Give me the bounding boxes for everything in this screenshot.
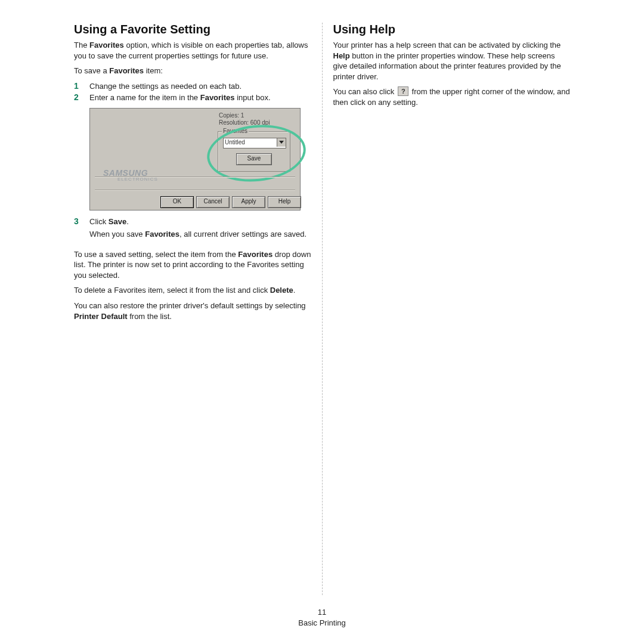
- favorites-group: Favorites Untitled Save: [218, 131, 290, 172]
- help-button[interactable]: Help: [268, 196, 301, 208]
- ok-button[interactable]: OK: [160, 196, 194, 208]
- help-paragraph-1: Your printer has a help screen that can …: [333, 40, 571, 82]
- step-number: 2: [74, 92, 89, 103]
- step-3-note: When you save Favorites, all current dri…: [89, 229, 311, 240]
- svg-text:?: ?: [401, 88, 405, 95]
- delete-paragraph: To delete a Favorites item, select it fr…: [74, 285, 311, 296]
- help-paragraph-2: You can also click ? from the upper righ…: [333, 86, 571, 107]
- svg-marker-0: [279, 141, 284, 144]
- column-right: Using Help Your printer has a help scree…: [333, 23, 571, 112]
- manual-page: Using a Favorite Setting The Favorites o…: [74, 23, 570, 595]
- step-3: 3 Click Save. When you save Favorites, a…: [74, 216, 311, 244]
- step-2: 2 Enter a name for the item in the Favor…: [74, 92, 311, 103]
- chevron-down-icon[interactable]: [277, 138, 286, 147]
- column-left: Using a Favorite Setting The Favorites o…: [74, 23, 311, 326]
- default-paragraph: You can also restore the printer driver'…: [74, 301, 311, 321]
- heading-help: Using Help: [333, 23, 571, 36]
- brand-logo: SAMSUNG ELECTRONICS: [103, 169, 158, 182]
- steps-list-cont: 3 Click Save. When you save Favorites, a…: [74, 216, 311, 244]
- step-body: Enter a name for the item in the Favorit…: [89, 92, 311, 103]
- separator: [95, 190, 295, 191]
- page-number: 11: [0, 607, 644, 618]
- steps-list: 1 Change the settings as needed on each …: [74, 81, 311, 103]
- favorites-value: Untitled: [225, 139, 245, 145]
- dialog-screenshot: Copies: 1 Resolution: 600 dpi Favorites …: [89, 108, 301, 210]
- apply-button[interactable]: Apply: [232, 196, 265, 208]
- section-title: Basic Printing: [0, 618, 644, 628]
- save-button[interactable]: Save: [236, 153, 272, 165]
- cancel-button[interactable]: Cancel: [196, 196, 230, 208]
- column-divider: [322, 23, 323, 595]
- heading-favorite: Using a Favorite Setting: [74, 23, 311, 36]
- step-body: Change the settings as needed on each ta…: [89, 81, 311, 92]
- favorites-legend: Favorites: [222, 128, 249, 134]
- step-body: Click Save. When you save Favorites, all…: [89, 216, 311, 244]
- to-use-paragraph: To use a saved setting, select the item …: [74, 249, 311, 281]
- copies-readout: Copies: 1: [219, 112, 244, 119]
- step-number: 3: [74, 216, 89, 244]
- favorites-dropdown[interactable]: Untitled: [223, 138, 286, 148]
- to-save-line: To save a Favorites item:: [74, 66, 311, 76]
- question-mark-icon: ?: [398, 86, 408, 96]
- intro-paragraph: The Favorites option, which is visible o…: [74, 40, 311, 61]
- dialog-button-row: OK Cancel Apply Help: [160, 196, 298, 208]
- resolution-readout: Resolution: 600 dpi: [219, 119, 270, 126]
- step-number: 1: [74, 81, 89, 92]
- step-1: 1 Change the settings as needed on each …: [74, 81, 311, 92]
- page-footer: 11 Basic Printing: [0, 607, 644, 628]
